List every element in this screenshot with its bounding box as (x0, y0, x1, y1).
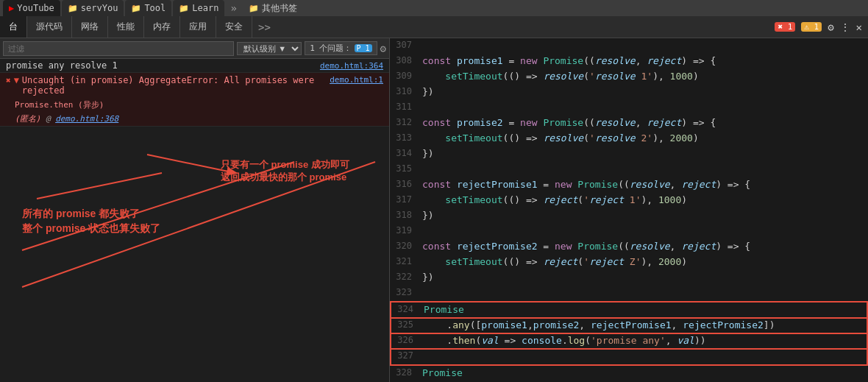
console-text-resolve: promise any resolve 1 (6, 60, 118, 71)
line-content-315 (419, 162, 868, 177)
tab-tool-label: Tool (144, 3, 166, 13)
devtools-tab-source[interactable]: 源代码 (27, 16, 72, 38)
tab-tool[interactable]: 📁 Tool (125, 0, 171, 16)
tab-learn[interactable]: 📁 Learn (173, 0, 224, 16)
devtools-tab-console[interactable]: 台 (0, 16, 27, 38)
error-detail-anon: (匿名) (15, 114, 40, 124)
code-panel: 307308const promise1 = new Promise((reso… (390, 38, 868, 382)
code-line-313: 313 setTimeout(() => resolve('resolve 2'… (390, 131, 868, 146)
line-content-326: .then(val => console.log('promise any', … (421, 333, 867, 349)
console-filter-bar: 默认级别 ▼ 1 个问题： P 1 ⚙ (0, 38, 389, 59)
filter-level-select[interactable]: 默认级别 ▼ (237, 42, 302, 55)
tab-more[interactable]: » (226, 2, 241, 14)
settings-icon[interactable]: ⚙ (828, 21, 833, 33)
more-icon[interactable]: ⋮ (840, 21, 850, 33)
line-number-317: 317 (390, 193, 419, 208)
code-line-323: 323 (390, 286, 868, 301)
code-line-321: 321 setTimeout(() => reject('reject Z'),… (390, 255, 868, 270)
line-content-324: Promise (421, 303, 867, 318)
code-line-315: 315 (390, 162, 868, 177)
console-content: promise any resolve 1 demo.html:364 ✖ ▼ … (0, 59, 389, 382)
console-error-header[interactable]: ✖ ▼ Uncaught (in promise) AggregateError… (0, 73, 389, 98)
tab-youtube-label: YouTube (17, 3, 54, 13)
devtools-tab-memory[interactable]: 内存 (144, 16, 180, 38)
tab-youtube[interactable]: ▶ YouTube (3, 0, 60, 16)
folder-icon-2: 📁 (131, 4, 141, 13)
line-number-308: 308 (390, 54, 419, 69)
line-number-326: 326 (391, 333, 421, 349)
error-icon-x: ✖ (778, 22, 783, 32)
line-number-322: 322 (390, 270, 419, 286)
line-number-328: 328 (390, 366, 419, 381)
code-line-319: 319 (390, 224, 868, 239)
line-content-320: const rejectPromise2 = new Promise((reso… (419, 239, 868, 255)
error-detail-link[interactable]: demo.html:368 (55, 114, 118, 124)
code-line-312: 312const promise2 = new Promise((resolve… (390, 116, 868, 131)
warn-count-badge[interactable]: ⚠ 1 (801, 22, 822, 32)
line-content-310: }) (419, 85, 868, 100)
code-line-308: 308const promise1 = new Promise((resolve… (390, 54, 868, 69)
error-message-text: Uncaught (in promise) AggregateError: Al… (22, 75, 327, 96)
filter-input[interactable] (3, 41, 234, 56)
line-number-321: 321 (390, 255, 419, 270)
code-line-310: 310}) (390, 85, 868, 100)
line-number-316: 316 (390, 177, 419, 193)
console-panel: 默认级别 ▼ 1 个问题： P 1 ⚙ promise any resolve … (0, 38, 390, 382)
devtools-more-tabs[interactable]: >> (252, 21, 277, 33)
code-line-309: 309 setTimeout(() => resolve('resolve 1'… (390, 69, 868, 85)
tab-learn-label: Learn (192, 3, 218, 13)
code-highlighted-block: 324Promise325 .any([promise1,promise2, r… (390, 301, 868, 366)
line-content-314: }) (419, 146, 868, 162)
code-line-322: 322}) (390, 270, 868, 286)
devtools-tab-network[interactable]: 网络 (72, 16, 108, 38)
devtools-tab-security[interactable]: 安全 (216, 16, 252, 38)
line-number-327: 327 (391, 349, 421, 364)
error-file-link[interactable]: demo.html:1 (330, 75, 383, 85)
line-content-311 (419, 100, 868, 116)
line-number-307: 307 (390, 38, 419, 54)
line-content-313: setTimeout(() => resolve('resolve 2'), 2… (419, 131, 868, 146)
code-line-326: 326 .then(val => console.log('promise an… (391, 333, 867, 349)
error-count-badge[interactable]: ✖ 1 (775, 22, 795, 32)
filter-settings-icon[interactable]: ⚙ (380, 43, 386, 54)
line-number-320: 320 (390, 239, 419, 255)
annotation-area (0, 127, 389, 274)
line-number-310: 310 (390, 85, 419, 100)
line-content-325: .any([promise1,promise2, rejectPromise1,… (421, 318, 867, 333)
line-content-307 (419, 38, 868, 54)
folder-icon-other: 📁 (249, 4, 259, 13)
folder-icon-3: 📁 (179, 4, 189, 13)
line-number-311: 311 (390, 100, 419, 116)
line-content-327 (421, 349, 867, 364)
devtools-tab-application[interactable]: 应用 (180, 16, 216, 38)
error-circle-icon: ✖ (6, 76, 11, 85)
line-content-317: setTimeout(() => reject('reject 1'), 100… (419, 193, 868, 208)
code-line-325: 325 .any([promise1,promise2, rejectPromi… (391, 318, 867, 333)
filter-issues-button[interactable]: 1 个问题： P 1 (305, 41, 377, 55)
devtools-tab-performance[interactable]: 性能 (108, 16, 144, 38)
line-number-324: 324 (391, 303, 421, 318)
tab-other-bookmarks[interactable]: 📁 其他书签 (243, 2, 303, 15)
line-number-319: 319 (390, 224, 419, 239)
line-content-323 (419, 286, 868, 301)
line-content-318: }) (419, 208, 868, 224)
console-error-group: ✖ ▼ Uncaught (in promise) AggregateError… (0, 73, 389, 127)
code-line-307: 307 (390, 38, 868, 54)
line-content-316: const rejectPromise1 = new Promise((reso… (419, 177, 868, 193)
youtube-icon: ▶ (9, 3, 14, 13)
error-detail-promise-then: Promise.then (异步) (15, 100, 104, 110)
error-detail-at: @ (46, 114, 55, 124)
code-line-320: 320const rejectPromise2 = new Promise((r… (390, 239, 868, 255)
console-file-link-resolve[interactable]: demo.html:364 (320, 61, 383, 71)
line-number-309: 309 (390, 69, 419, 85)
tab-other-label: 其他书签 (262, 2, 297, 15)
line-content-319 (419, 224, 868, 239)
tab-servyou[interactable]: 📁 servYou (62, 0, 124, 16)
line-number-325: 325 (391, 318, 421, 333)
folder-icon: 📁 (68, 4, 78, 13)
browser-tab-bar: ▶ YouTube 📁 servYou 📁 Tool 📁 Learn » 📁 其… (0, 0, 868, 16)
line-content-328: Promise (419, 366, 868, 381)
console-error-detail-1: Promise.then (异步) (0, 98, 389, 112)
close-icon[interactable]: ✕ (856, 21, 862, 33)
line-number-318: 318 (390, 208, 419, 224)
